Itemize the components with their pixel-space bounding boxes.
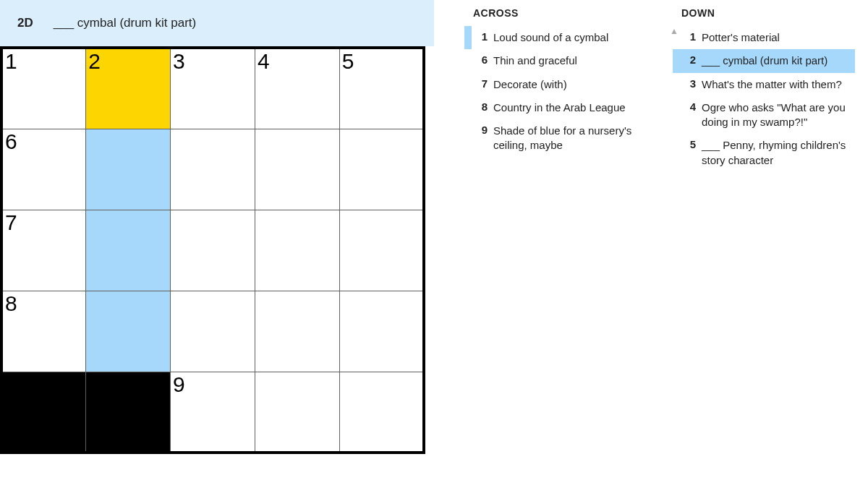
clue-text: Thin and graceful bbox=[493, 53, 642, 68]
clue-item-down-2[interactable]: 2___ cymbal (drum kit part) bbox=[673, 49, 855, 72]
clue-number: 4 bbox=[680, 100, 696, 113]
cell-number: 1 bbox=[5, 51, 17, 72]
grid-cell[interactable]: 5 bbox=[339, 48, 424, 129]
clue-number: 1 bbox=[472, 30, 488, 43]
cell-number: 9 bbox=[173, 374, 185, 395]
clue-item-down-1[interactable]: 1Potter's material bbox=[673, 26, 855, 49]
cell-number: 3 bbox=[173, 51, 185, 72]
cell-number: 8 bbox=[5, 293, 17, 314]
grid-cell[interactable] bbox=[339, 210, 424, 291]
grid-container: 123456789 bbox=[0, 46, 434, 488]
grid-cell[interactable]: 6 bbox=[1, 129, 86, 210]
down-column: DOWN 1Potter's material2___ cymbal (drum… bbox=[673, 7, 855, 172]
clue-number: 9 bbox=[472, 124, 488, 136]
clue-text: ___ Penny, rhyming children's story char… bbox=[702, 138, 851, 168]
grid-cell[interactable] bbox=[171, 291, 255, 372]
clue-item-down-3[interactable]: 3What's the matter with them? bbox=[673, 73, 855, 96]
current-clue-text: ___ cymbal (drum kit part) bbox=[54, 16, 196, 30]
cell-number: 4 bbox=[258, 51, 270, 72]
down-list: 1Potter's material2___ cymbal (drum kit … bbox=[673, 26, 855, 172]
clue-item-across-8[interactable]: 8Country in the Arab League bbox=[464, 96, 647, 119]
clue-item-across-7[interactable]: 7Decorate (with) bbox=[464, 73, 647, 96]
grid-cell[interactable]: 8 bbox=[1, 291, 86, 372]
clue-item-down-5[interactable]: 5___ Penny, rhyming children's story cha… bbox=[673, 134, 855, 172]
clue-number: 6 bbox=[472, 53, 488, 66]
clue-text: What's the matter with them? bbox=[702, 77, 851, 92]
clue-text: Decorate (with) bbox=[493, 77, 642, 92]
grid-cell bbox=[1, 372, 86, 453]
puzzle-panel: 2D ___ cymbal (drum kit part) 123456789 bbox=[0, 0, 434, 488]
grid-cell[interactable]: 2 bbox=[86, 48, 171, 129]
down-heading: DOWN bbox=[673, 7, 855, 19]
grid-cell[interactable] bbox=[255, 291, 339, 372]
clue-number: 1 bbox=[680, 30, 696, 43]
grid-cell[interactable] bbox=[339, 129, 424, 210]
clue-text: Loud sound of a cymbal bbox=[493, 30, 642, 45]
clue-text: ___ cymbal (drum kit part) bbox=[702, 53, 851, 68]
cell-number: 7 bbox=[5, 212, 17, 234]
clue-text: Shade of blue for a nursery's ceiling, m… bbox=[493, 124, 642, 153]
scroll-up-icon[interactable]: ▲ bbox=[670, 26, 678, 36]
clue-number: 5 bbox=[680, 138, 696, 150]
grid-cell[interactable]: 4 bbox=[255, 48, 339, 129]
clue-number: 8 bbox=[472, 100, 488, 113]
grid-cell[interactable]: 9 bbox=[171, 372, 255, 453]
cell-number: 5 bbox=[342, 51, 354, 72]
grid-cell[interactable] bbox=[255, 129, 339, 210]
grid-cell[interactable] bbox=[255, 210, 339, 291]
cell-number: 6 bbox=[5, 131, 17, 153]
clue-text: Potter's material bbox=[702, 30, 851, 45]
grid-cell[interactable]: 7 bbox=[1, 210, 86, 291]
clue-number: 7 bbox=[472, 77, 488, 90]
clue-number: 3 bbox=[680, 77, 696, 90]
clue-text: Ogre who asks "What are you doing in my … bbox=[702, 100, 851, 130]
clue-item-across-9[interactable]: 9Shade of blue for a nursery's ceiling, … bbox=[464, 119, 647, 158]
grid-cell bbox=[86, 372, 171, 453]
grid-cell[interactable] bbox=[86, 210, 171, 291]
across-column: ACROSS 1Loud sound of a cymbal6Thin and … bbox=[464, 7, 647, 172]
grid-cell[interactable]: 1 bbox=[1, 48, 86, 129]
grid-cell[interactable] bbox=[339, 372, 424, 453]
across-list: 1Loud sound of a cymbal6Thin and gracefu… bbox=[464, 26, 647, 158]
crossword-grid: 123456789 bbox=[0, 46, 425, 454]
current-clue-bar[interactable]: 2D ___ cymbal (drum kit part) bbox=[0, 0, 434, 46]
cell-number: 2 bbox=[88, 51, 101, 72]
grid-cell[interactable] bbox=[255, 372, 339, 453]
current-clue-id: 2D bbox=[17, 16, 33, 30]
grid-cell[interactable] bbox=[339, 291, 424, 372]
clue-item-across-6[interactable]: 6Thin and graceful bbox=[464, 49, 647, 72]
clue-item-down-4[interactable]: 4Ogre who asks "What are you doing in my… bbox=[673, 96, 855, 134]
clue-item-across-1[interactable]: 1Loud sound of a cymbal bbox=[464, 26, 647, 49]
grid-cell[interactable] bbox=[86, 129, 171, 210]
grid-cell[interactable]: 3 bbox=[171, 48, 255, 129]
grid-cell[interactable] bbox=[171, 129, 255, 210]
clues-area: ▲ ACROSS 1Loud sound of a cymbal6Thin an… bbox=[434, 0, 868, 488]
clue-text: Country in the Arab League bbox=[493, 100, 642, 115]
grid-cell[interactable] bbox=[86, 291, 171, 372]
clue-number: 2 bbox=[680, 53, 696, 66]
grid-cell[interactable] bbox=[171, 210, 255, 291]
across-heading: ACROSS bbox=[464, 7, 647, 19]
